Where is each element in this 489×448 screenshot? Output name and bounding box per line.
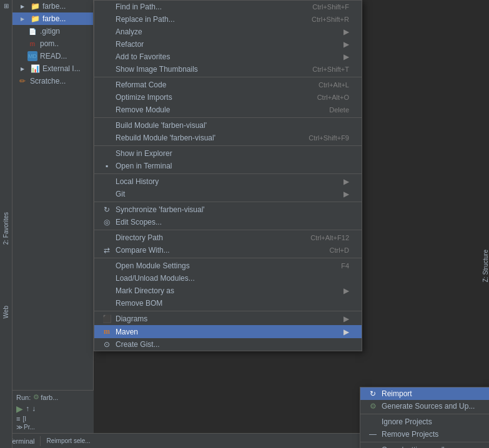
menu-item-shortcut: Ctrl+D (311, 246, 349, 254)
menu-item-label: Load/Unload Modules... (116, 274, 195, 283)
menu-divider-8 (94, 311, 362, 311)
menu-item-label: Refactor (116, 40, 144, 49)
menu-item-analyze[interactable]: Analyze ▶ (94, 26, 362, 38)
submenu-arrow: ▶ (343, 328, 349, 336)
menu-item-remove-bom[interactable]: Remove BOM (94, 297, 362, 309)
menu-divider-7 (94, 258, 362, 258)
sync-icon: ↻ (102, 205, 112, 214)
minus-icon: — (368, 430, 378, 439)
menu-item-mark-directory-as[interactable]: Mark Directory as ▶ (94, 285, 362, 297)
web-tab[interactable]: Web (2, 306, 9, 318)
expand-button[interactable]: ≫ (16, 424, 22, 431)
submenu-item-ignore-projects[interactable]: Ignore Projects (360, 416, 489, 428)
menu-item-replace-in-path[interactable]: Replace in Path... Ctrl+Shift+R (94, 13, 362, 26)
run-gear-icon: ⚙ (33, 393, 39, 401)
menu-item-create-gist[interactable]: ⊙ Create Gist... (94, 338, 362, 351)
sidebar-item-label: .gitign (40, 27, 60, 36)
sidebar-item-readme[interactable]: MD READ... (12, 50, 93, 62)
scratch-icon: ✏ (17, 76, 27, 86)
sidebar-item-pom[interactable]: m pom.. (12, 37, 93, 50)
menu-item-label: Analyze (116, 27, 142, 36)
github-icon: ⊙ (102, 340, 112, 349)
menu-item-directory-path[interactable]: Directory Path Ctrl+Alt+F12 (94, 231, 362, 244)
submenu-item-label: Generate Sources and Up... (382, 402, 475, 411)
run-label: Run: (16, 394, 31, 401)
sidebar-item-external[interactable]: ▶ 📊 External I... (12, 62, 93, 75)
run-play-button[interactable]: ▶ (16, 404, 23, 414)
run-controls: ▶ ↑ ↓ (16, 404, 90, 414)
project-sidebar: ▶ 📁 farbe... ▶ 📁 farbe... 📄 .gitign m po… (12, 0, 94, 448)
menu-item-label: Show Image Thumbnails (116, 65, 198, 74)
expand-icon: ▶ (17, 1, 27, 11)
sidebar-item-gitignore[interactable]: 📄 .gitign (12, 25, 93, 37)
sidebar-item-farbe1[interactable]: ▶ 📁 farbe... (12, 0, 93, 12)
menu-item-label: Diagrams (116, 314, 147, 323)
menu-item-label: Add to Favorites (116, 52, 170, 61)
menu-item-label: Reformat Code (116, 80, 166, 89)
status-bar-text: Reimport sele... (47, 437, 91, 444)
run-lines-button[interactable]: ≡ (16, 415, 20, 422)
menu-item-shortcut: Ctrl+Shift+R (293, 16, 349, 23)
terminal-icon: ▪ (102, 162, 112, 170)
menu-item-git[interactable]: Git ▶ (94, 188, 362, 200)
menu-item-open-module-settings[interactable]: Open Module Settings F4 (94, 260, 362, 272)
context-menu: Find in Path... Ctrl+Shift+F Replace in … (94, 0, 362, 351)
maven-icon: m (27, 39, 37, 49)
menu-item-reformat-code[interactable]: Reformat Code Ctrl+Alt+L (94, 79, 362, 91)
project-label: Pr... (24, 424, 35, 431)
run-down-button[interactable]: ↓ (32, 404, 36, 413)
menu-item-optimize-imports[interactable]: Optimize Imports Ctrl+Alt+O (94, 91, 362, 104)
menu-item-label: Edit Scopes... (116, 218, 162, 226)
menu-item-load-unload-modules[interactable]: Load/Unload Modules... (94, 272, 362, 285)
menu-item-synchronize[interactable]: ↻ Synchronize 'farben-visual' (94, 203, 362, 216)
menu-item-find-in-path[interactable]: Find in Path... Ctrl+Shift+F (94, 1, 362, 13)
menu-item-label: Local History (116, 177, 159, 186)
submenu-item-reimport[interactable]: ↻ Reimport (360, 387, 489, 400)
menu-item-shortcut: Delete (310, 106, 349, 114)
structure-tab[interactable]: Z: Structure (482, 250, 489, 282)
menu-item-maven[interactable]: m Maven ▶ (94, 325, 362, 338)
generate-icon: ⚙ (368, 402, 378, 411)
menu-item-show-in-explorer[interactable]: Show in Explorer (94, 147, 362, 160)
submenu-item-label: Remove Projects (382, 430, 438, 439)
menu-item-refactor[interactable]: Refactor ▶ (94, 38, 362, 51)
submenu-item-generate-sources[interactable]: ⚙ Generate Sources and Up... (360, 400, 489, 412)
menu-item-add-to-favorites[interactable]: Add to Favorites ▶ (94, 51, 362, 63)
menu-item-remove-module[interactable]: Remove Module Delete (94, 104, 362, 116)
menu-item-diagrams[interactable]: ⬛ Diagrams ▶ (94, 313, 362, 325)
collapse-all-icon[interactable]: ⊞ (4, 2, 9, 9)
menu-item-label: Maven (116, 328, 138, 336)
submenu-arrow: ▶ (343, 40, 349, 49)
menu-divider-4 (94, 173, 362, 174)
menu-item-label: Synchronize 'farben-visual' (116, 205, 205, 214)
sidebar-item-farbe2[interactable]: ▶ 📁 farbe... (12, 12, 93, 25)
menu-item-label: Compare With... (116, 246, 170, 255)
menu-item-show-image-thumbnails[interactable]: Show Image Thumbnails Ctrl+Shift+T (94, 63, 362, 75)
menu-item-local-history[interactable]: Local History ▶ (94, 175, 362, 188)
menu-item-shortcut: Ctrl+Alt+O (299, 94, 349, 101)
menu-item-rebuild-module[interactable]: Rebuild Module 'farben-visual' Ctrl+Shif… (94, 132, 362, 144)
menu-item-label: Remove BOM (116, 299, 162, 308)
menu-item-edit-scopes[interactable]: ◎ Edit Scopes... (94, 216, 362, 228)
expand-icon: ▶ (17, 14, 27, 24)
menu-item-compare-with[interactable]: ⇄ Compare With... Ctrl+D (94, 244, 362, 256)
run-text: [I (22, 416, 26, 422)
submenu-item-label: Open 'settings.xml' (382, 446, 445, 448)
favorites-tab[interactable]: 2: Favorites (2, 212, 9, 245)
md-icon: MD (27, 51, 37, 61)
external-icon: 📊 (30, 64, 40, 74)
menu-divider-2 (94, 117, 362, 118)
submenu-item-open-settings-xml[interactable]: Open 'settings.xml' (360, 444, 489, 448)
sidebar-item-label: Scratche... (30, 77, 66, 85)
submenu-item-remove-projects[interactable]: — Remove Projects (360, 428, 489, 441)
run-bar: Run: ⚙ farb... (16, 393, 90, 401)
sidebar-item-scratches[interactable]: ✏ Scratche... (12, 75, 93, 87)
submenu-arrow: ▶ (343, 314, 349, 323)
compare-icon: ⇄ (102, 246, 112, 255)
menu-item-label: Show in Explorer (116, 149, 172, 158)
run-up-button[interactable]: ↑ (26, 404, 29, 413)
scope-icon: ◎ (102, 218, 112, 226)
menu-item-open-in-terminal[interactable]: ▪ Open in Terminal (94, 160, 362, 172)
menu-item-build-module[interactable]: Build Module 'farben-visual' (94, 119, 362, 132)
menu-divider-6 (94, 230, 362, 230)
